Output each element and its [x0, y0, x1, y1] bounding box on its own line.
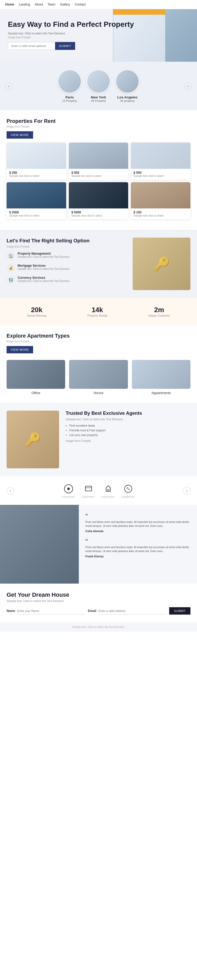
trusted-section: 🔑 Trusted By Best Exclusive Agents Sampl… — [0, 403, 197, 476]
property-card-4[interactable]: $ 2500 Sample text click to select — [6, 182, 66, 219]
stat-customer: 2m Happy Customer — [148, 306, 170, 317]
apt-office[interactable]: Office — [6, 360, 65, 395]
testimonials-content: “ Proin sed libero enim sed faucibus tur… — [79, 505, 197, 584]
trusted-keys-image: 🔑 — [6, 410, 59, 468]
city-newyork-count: 46 Property — [87, 99, 110, 102]
cities-carousel: ‹ Paris 15 Property New York 46 Property — [5, 70, 192, 102]
city-paris-name: Paris — [58, 95, 81, 99]
property-grid-row1: $ 250 Sample text click to select $ 550 … — [6, 143, 191, 180]
dream-house-title: Get Your Dream House — [6, 592, 191, 598]
stat-award-number: 20k — [27, 306, 46, 314]
dream-submit-button[interactable]: SUBMIT — [169, 607, 191, 614]
property-info-6: $ 150 Sample text click to select — [131, 208, 191, 219]
stat-award: 20k Award Winning — [27, 306, 46, 317]
city-losangeles: Los Angeles 34 property — [116, 70, 139, 102]
partners-section: ‹ CONTENT CONTENT CONTENT — [0, 476, 197, 505]
property-text-1: Sample text click to select — [9, 175, 64, 177]
property-price-3: $ 550 — [133, 171, 188, 175]
dream-name-input[interactable] — [17, 608, 85, 614]
apt-appartments-label: Appartments — [132, 391, 191, 395]
nav-team[interactable]: Team — [48, 3, 55, 6]
property-info-5: $ 5400 Sample revo click to select — [69, 208, 129, 219]
testimonial-2: “ Proin sed libero enim sed faucibus tur… — [85, 538, 191, 558]
service-currency-text: Currency Services Sample text. Click to … — [17, 276, 70, 283]
nav-links: Home Landing About Team Gallery Contact — [5, 3, 86, 6]
mortgage-icon: 💰 — [6, 264, 15, 272]
nav-about[interactable]: About — [35, 3, 43, 6]
nav-contact[interactable]: Contact — [75, 3, 86, 6]
partner-4-name: COMPANY — [121, 496, 135, 498]
dream-name-group: Name — [6, 608, 85, 614]
property-card-1[interactable]: $ 250 Sample text click to select — [6, 143, 66, 180]
hero-subtitle: Sample text. Click to select the Text El… — [8, 32, 189, 35]
partner-4-icon — [122, 483, 135, 495]
property-card-2[interactable]: $ 550 Sample text click to select — [69, 143, 129, 180]
properties-view-more-button[interactable]: VIEW MORE — [6, 131, 33, 138]
footer-text: Sample text. Click to select the Text El… — [6, 625, 191, 628]
quote-mark-1: “ — [85, 513, 191, 520]
cities-list: Paris 15 Property New York 46 Property L… — [13, 70, 184, 102]
testimonial-2-text: Proin sed libero enim sed faucibus turpi… — [85, 545, 191, 553]
dream-email-input[interactable] — [98, 608, 167, 614]
apartment-view-more-button[interactable]: VIEW MORE — [6, 346, 33, 353]
testimonial-house-image — [0, 505, 79, 584]
property-info-2: $ 550 Sample text click to select — [69, 169, 129, 180]
partners-next-button[interactable]: › — [183, 487, 191, 494]
service-mortgage-desc: Sample text. Click to select the Text El… — [17, 267, 70, 270]
apt-house[interactable]: House — [69, 360, 128, 395]
city-losangeles-count: 34 property — [116, 99, 139, 102]
nav-home[interactable]: Home — [5, 3, 14, 6]
property-card-3[interactable]: $ 550 Sample text click to select — [131, 143, 191, 180]
city-losangeles-image — [116, 70, 139, 93]
selling-title: Let's Find The Right Selling Option — [6, 238, 127, 244]
stat-property-label: Property Ready — [87, 314, 107, 317]
testimonial-1-author: Celia Almeda — [85, 530, 191, 533]
property-info-4: $ 2500 Sample text click to select — [6, 208, 66, 219]
property-text-6: Sample text click to select — [133, 214, 188, 217]
partner-4: COMPANY — [121, 483, 135, 498]
dream-house-subtitle: Sample text. Click to select the Text El… — [6, 599, 191, 603]
trusted-content: Trusted By Best Exclusive Agents Sample … — [66, 410, 191, 445]
trusted-desc: Sample text. Click to select the Text El… — [66, 418, 191, 421]
apartment-grid: Office House Appartments — [6, 360, 191, 395]
city-paris-image — [58, 70, 81, 93]
property-card-5[interactable]: $ 5400 Sample revo click to select — [69, 182, 129, 219]
hero-email-input[interactable] — [8, 42, 55, 50]
dream-email-group: Email — [88, 608, 167, 614]
service-pm-title: Property Management — [17, 252, 70, 255]
partner-3: CONTENT — [102, 483, 115, 498]
dream-email-label: Email — [88, 609, 96, 613]
property-info-3: $ 550 Sample text click to select — [131, 169, 191, 180]
stat-customer-label: Happy Customer — [148, 314, 170, 317]
selling-content: Let's Find The Right Selling Option Imag… — [6, 238, 127, 290]
partner-3-icon — [102, 483, 115, 495]
service-currency-title: Currency Services — [17, 276, 70, 280]
apt-house-label: House — [69, 391, 128, 395]
svg-rect-1 — [85, 486, 92, 491]
partner-1-icon — [62, 483, 75, 495]
stat-customer-number: 2m — [148, 306, 170, 314]
cities-next-button[interactable]: › — [184, 83, 192, 90]
partners-prev-button[interactable]: ‹ — [6, 487, 14, 494]
trusted-features-list: Find excellent deals Friendly host & Fas… — [66, 424, 191, 437]
hero-image-credit: Image from Freepik — [8, 36, 189, 39]
apt-appartments[interactable]: Appartments — [132, 360, 191, 395]
trusted-title: Trusted By Best Exclusive Agents — [66, 410, 191, 416]
trusted-image-credit: Image from Freepik — [66, 439, 191, 442]
property-card-6[interactable]: $ 150 Sample text click to select — [131, 182, 191, 219]
nav-landing[interactable]: Landing — [19, 3, 30, 6]
hero-submit-button[interactable]: SUBMIT — [55, 42, 75, 50]
city-paris-count: 15 Property — [58, 99, 81, 102]
nav-gallery[interactable]: Gallery — [60, 3, 70, 6]
property-price-5: $ 5400 — [71, 210, 126, 214]
property-image-1 — [6, 143, 66, 169]
city-newyork-image — [87, 70, 110, 93]
service-pm-desc: Sample text. Click to select the Text El… — [17, 255, 70, 258]
service-mortgage: 💰 Mortgage Services Sample text. Click t… — [6, 264, 127, 272]
property-image-2 — [69, 143, 129, 169]
stat-property-number: 14k — [87, 306, 107, 314]
city-newyork: New York 46 Property — [87, 70, 110, 102]
partner-3-name: CONTENT — [102, 496, 115, 498]
partner-2-icon — [82, 483, 95, 495]
cities-prev-button[interactable]: ‹ — [5, 83, 13, 90]
